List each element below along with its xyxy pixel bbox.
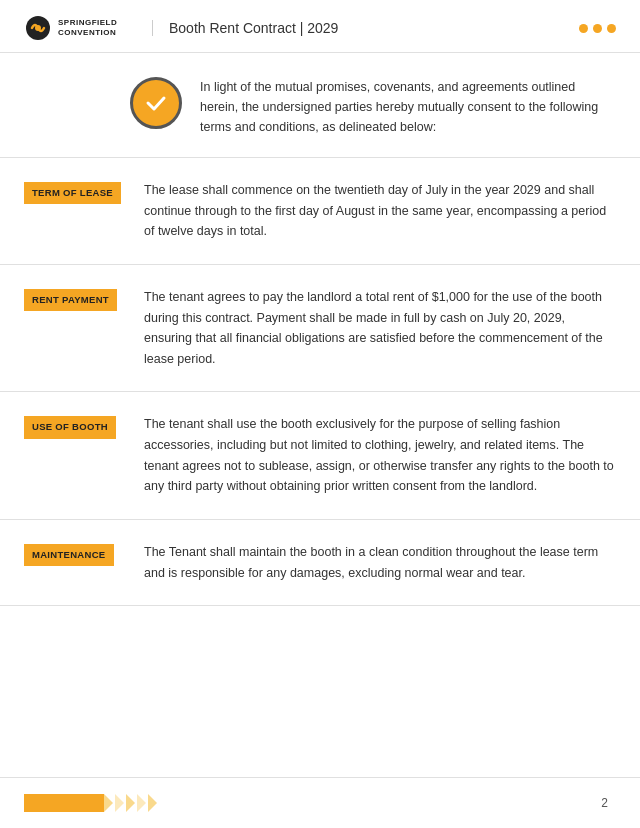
footer-chevrons: [104, 794, 157, 812]
dot-3: [607, 24, 616, 33]
footer: 2: [0, 777, 640, 828]
section-content-1: The tenant agrees to pay the landlord a …: [144, 287, 616, 370]
chevron-4: [137, 794, 146, 812]
section-label-0: TERM OF LEASE: [24, 182, 121, 204]
svg-point-1: [35, 25, 41, 31]
chevron-2: [115, 794, 124, 812]
check-icon: [130, 77, 182, 129]
section-label-col-0: TERM OF LEASE: [24, 180, 144, 204]
section-label-2: USE OF BOOTH: [24, 416, 116, 438]
dot-1: [579, 24, 588, 33]
section-content-0: The lease shall commence on the twentiet…: [144, 180, 616, 242]
section-content-2: The tenant shall use the booth exclusive…: [144, 414, 616, 497]
logo-icon: [24, 14, 52, 42]
section-label-col-2: USE OF BOOTH: [24, 414, 144, 438]
sections-container: TERM OF LEASEThe lease shall commence on…: [0, 158, 640, 606]
section-row-1: RENT PAYMENTThe tenant agrees to pay the…: [0, 265, 640, 393]
intro-section: In light of the mutual promises, covenan…: [0, 53, 640, 158]
page: SPRINGFIELD CONVENTION Booth Rent Contra…: [0, 0, 640, 828]
section-content-3: The Tenant shall maintain the booth in a…: [144, 542, 616, 583]
chevron-3: [126, 794, 135, 812]
chevron-5: [148, 794, 157, 812]
footer-page-number: 2: [601, 796, 616, 810]
chevron-1: [104, 794, 113, 812]
section-label-col-3: MAINTENANCE: [24, 542, 144, 566]
intro-text: In light of the mutual promises, covenan…: [200, 77, 616, 137]
header-title: Booth Rent Contract | 2029: [152, 20, 579, 36]
section-label-col-1: RENT PAYMENT: [24, 287, 144, 311]
dot-2: [593, 24, 602, 33]
section-label-3: MAINTENANCE: [24, 544, 114, 566]
header: SPRINGFIELD CONVENTION Booth Rent Contra…: [0, 0, 640, 53]
logo-text: SPRINGFIELD CONVENTION: [58, 18, 117, 37]
section-row-2: USE OF BOOTHThe tenant shall use the boo…: [0, 392, 640, 520]
section-label-1: RENT PAYMENT: [24, 289, 117, 311]
section-row-3: MAINTENANCEThe Tenant shall maintain the…: [0, 520, 640, 606]
header-dots: [579, 24, 616, 33]
footer-bar: [24, 794, 104, 812]
logo-area: SPRINGFIELD CONVENTION: [24, 14, 144, 42]
section-row-0: TERM OF LEASEThe lease shall commence on…: [0, 158, 640, 265]
